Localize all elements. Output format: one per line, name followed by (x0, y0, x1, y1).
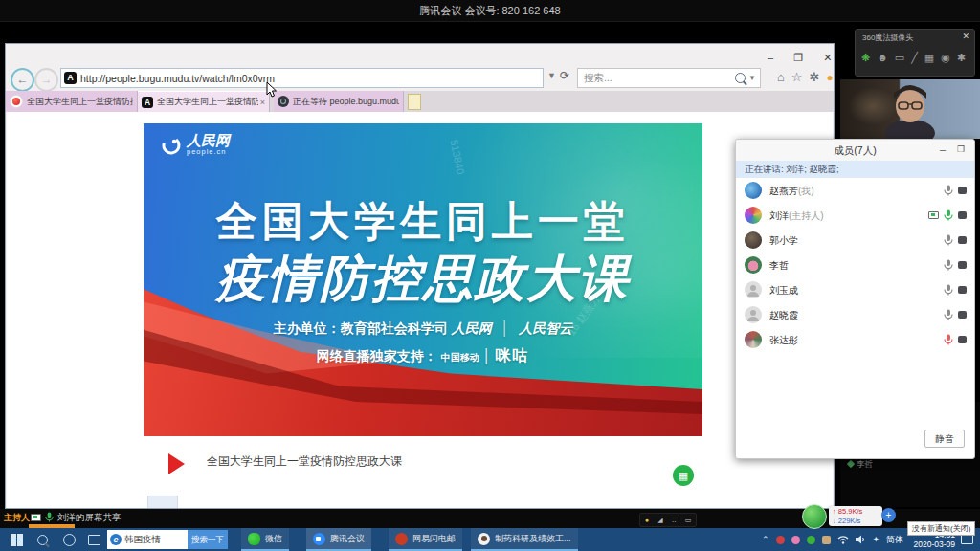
addon-icon[interactable]: ● (826, 69, 833, 86)
taskbar-search-box[interactable]: e 韩国疫情 (107, 530, 188, 549)
camera-off-icon[interactable] (958, 261, 967, 269)
frame-icon[interactable]: ▦ (924, 47, 934, 68)
webcam-video (840, 79, 980, 139)
tab-people-live[interactable]: 全国大学生同上一堂疫情防控思... (6, 91, 138, 112)
divider: │ (483, 348, 492, 364)
volume-icon[interactable]: ◢ (657, 515, 662, 525)
microphone-icon[interactable] (944, 284, 953, 296)
settings-gear-icon[interactable]: ✱ (957, 47, 966, 68)
qr-code-icon[interactable]: ▦ (673, 465, 694, 486)
camera-off-icon[interactable] (958, 336, 967, 343)
tab-bar: 全国大学生同上一堂疫情防控思... A 全国大学生同上一堂疫情防... × 正在… (6, 91, 834, 112)
address-bar[interactable]: A http://people.bugu.mudu.tv/watch/lm0x0… (60, 68, 544, 88)
browser-search-box[interactable]: 搜索... ▼ (577, 68, 761, 88)
tray-wechat-icon[interactable] (807, 536, 815, 544)
window-icon[interactable]: ▭ (685, 515, 692, 525)
camera-tool-window[interactable]: 360魔法摄像头 ✕ ❋ ☻ ▭ ╱ ▦ ◉ ✱ (855, 29, 975, 77)
refresh-icon[interactable]: ⟳ (560, 69, 569, 82)
ime-indicator[interactable]: 简体 (886, 534, 903, 546)
url-text[interactable]: http://people.bugu.mudu.tv/watch/lm0x0vr… (80, 73, 275, 84)
magic-wand-icon[interactable]: ╱ (911, 47, 918, 68)
tray-app-icon[interactable] (776, 536, 785, 544)
close-button[interactable]: ✕ (823, 52, 832, 63)
plus-ball-icon[interactable]: + (881, 508, 896, 522)
screen-share-icon (31, 514, 41, 521)
mouse-cursor (266, 82, 278, 98)
taskbar-app-netease-mail[interactable]: 网易闪电邮 (389, 528, 462, 551)
bubble-icon[interactable]: ▭ (895, 47, 904, 68)
camera-off-icon[interactable] (958, 211, 967, 219)
tab-people-live-active[interactable]: A 全国大学生同上一堂疫情防... × (138, 91, 270, 112)
site-favicon: A (64, 72, 77, 84)
speed-ball[interactable] (802, 504, 827, 529)
microphone-muted-icon[interactable] (944, 334, 953, 345)
member-row[interactable]: 郭小学 (736, 228, 974, 253)
share-mini-toolbar[interactable]: ● ◢ ⁚⁚ ▭ (639, 513, 697, 527)
cortana-icon[interactable] (57, 528, 80, 551)
network-speed-widget: ↑ 85.9K/s ↓ 229K/s (829, 506, 882, 526)
tab-close-icon[interactable]: × (260, 98, 265, 107)
microphone-icon[interactable] (944, 234, 953, 246)
maximize-icon[interactable]: ❐ (957, 140, 965, 160)
minimize-button[interactable]: – (768, 52, 773, 63)
microphone-active-icon[interactable] (944, 209, 953, 221)
lock-icon[interactable]: ● (645, 515, 649, 525)
new-tab-button[interactable] (408, 94, 421, 110)
tab-waiting[interactable]: 正在等待 people.bugu.mudu.tv (274, 91, 404, 112)
camera-off-icon[interactable] (958, 311, 967, 319)
taskbar-search-icon[interactable] (33, 528, 56, 551)
search-dropdown-icon[interactable]: ▼ (748, 74, 756, 82)
microphone-icon[interactable] (944, 185, 953, 196)
taskbar-app-pharma[interactable]: 制药科研及绩效工... (471, 528, 578, 551)
mute-button[interactable]: 静音 (924, 430, 965, 448)
camera-off-icon[interactable] (958, 236, 967, 244)
search-go-button[interactable]: 搜索一下 (188, 530, 228, 549)
settings-gear-icon[interactable]: ✲ (810, 69, 820, 86)
support-line: 网络直播独家支持： 中国移动 │ 咪咕 (144, 346, 702, 366)
camera-off-icon[interactable] (958, 286, 967, 294)
tray-briefcase-icon[interactable] (822, 536, 831, 544)
camera-icon[interactable]: ◉ (941, 47, 950, 68)
member-row[interactable]: 刘洋(主持人) (736, 203, 974, 228)
microphone-icon[interactable] (944, 259, 953, 271)
notification-tooltip: 没有新通知(关闭) (907, 521, 975, 536)
member-row[interactable]: 赵燕芳(我) (736, 178, 974, 203)
play-button[interactable] (168, 453, 185, 474)
forward-button[interactable]: → (34, 68, 58, 92)
restore-button[interactable]: ❐ (793, 52, 803, 63)
host-badge: 主持人 (4, 512, 30, 524)
member-row[interactable]: 张达彤 (736, 327, 974, 352)
close-icon[interactable]: ✕ (962, 32, 969, 41)
taskbar-app-wechat[interactable]: 微信 (241, 528, 289, 551)
microphone-icon[interactable] (944, 309, 953, 320)
minimize-icon[interactable]: – (940, 140, 946, 159)
back-button[interactable]: ← (11, 68, 34, 92)
china-mobile-logo-text: 中国移动 (441, 352, 479, 363)
home-icon[interactable]: ⌂ (777, 69, 785, 86)
search-icon[interactable] (735, 73, 746, 83)
volume-icon[interactable] (856, 535, 866, 544)
taskbar-search-text[interactable]: 韩国疫情 (124, 534, 161, 546)
member-row[interactable]: 赵晓霞 (736, 302, 974, 327)
tray-expand-icon[interactable]: ⌃ (762, 535, 769, 544)
emoji-icon[interactable]: ☻ (877, 47, 888, 68)
member-row[interactable]: 刘玉成 (736, 277, 974, 302)
task-view-icon[interactable] (82, 528, 105, 551)
address-dropdown-icon[interactable]: ▼ (547, 71, 556, 80)
camera-off-icon[interactable] (958, 187, 967, 194)
taskbar-app-tencent-meeting[interactable]: 腾讯会议 (306, 528, 371, 551)
member-row[interactable]: 李哲 (736, 253, 974, 277)
start-button[interactable] (4, 528, 29, 551)
tray-app-icon[interactable] (791, 536, 800, 544)
search-placeholder[interactable]: 搜索... (584, 72, 735, 85)
loading-favicon (278, 96, 289, 107)
beautify-icon[interactable]: ❋ (861, 47, 870, 68)
people-cn-logo-text: 人民网 (452, 320, 492, 336)
favorites-star-icon[interactable]: ☆ (791, 69, 803, 86)
people-cn-swoosh-icon (161, 135, 182, 156)
signal-icon[interactable]: ⁚⁚ (672, 515, 676, 525)
link-icon[interactable]: ✦ (873, 535, 880, 544)
upload-speed: ↑ 85.9K/s (833, 507, 879, 517)
taskbar-accent (29, 524, 75, 528)
wifi-icon[interactable] (837, 535, 849, 544)
